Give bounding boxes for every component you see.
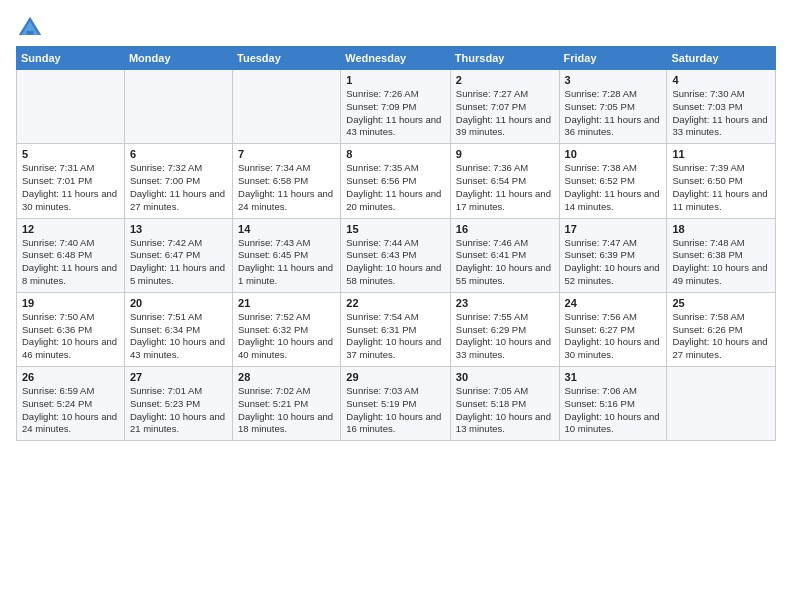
day-number: 14 xyxy=(238,223,335,235)
calendar-table: SundayMondayTuesdayWednesdayThursdayFrid… xyxy=(16,46,776,441)
day-number: 16 xyxy=(456,223,554,235)
day-info: Sunrise: 7:27 AMSunset: 7:07 PMDaylight:… xyxy=(456,88,554,139)
weekday-header-thursday: Thursday xyxy=(450,47,559,70)
calendar-cell: 20Sunrise: 7:51 AMSunset: 6:34 PMDayligh… xyxy=(124,292,232,366)
calendar-cell: 28Sunrise: 7:02 AMSunset: 5:21 PMDayligh… xyxy=(233,367,341,441)
weekday-header-friday: Friday xyxy=(559,47,667,70)
calendar-cell: 18Sunrise: 7:48 AMSunset: 6:38 PMDayligh… xyxy=(667,218,776,292)
day-info: Sunrise: 7:55 AMSunset: 6:29 PMDaylight:… xyxy=(456,311,554,362)
calendar-cell: 14Sunrise: 7:43 AMSunset: 6:45 PMDayligh… xyxy=(233,218,341,292)
day-number: 4 xyxy=(672,74,770,86)
calendar-cell xyxy=(233,70,341,144)
day-info: Sunrise: 7:36 AMSunset: 6:54 PMDaylight:… xyxy=(456,162,554,213)
calendar-cell: 6Sunrise: 7:32 AMSunset: 7:00 PMDaylight… xyxy=(124,144,232,218)
day-info: Sunrise: 7:01 AMSunset: 5:23 PMDaylight:… xyxy=(130,385,227,436)
day-number: 30 xyxy=(456,371,554,383)
day-info: Sunrise: 7:26 AMSunset: 7:09 PMDaylight:… xyxy=(346,88,445,139)
day-info: Sunrise: 7:46 AMSunset: 6:41 PMDaylight:… xyxy=(456,237,554,288)
calendar-cell: 30Sunrise: 7:05 AMSunset: 5:18 PMDayligh… xyxy=(450,367,559,441)
weekday-header-tuesday: Tuesday xyxy=(233,47,341,70)
calendar-cell: 16Sunrise: 7:46 AMSunset: 6:41 PMDayligh… xyxy=(450,218,559,292)
day-info: Sunrise: 7:42 AMSunset: 6:47 PMDaylight:… xyxy=(130,237,227,288)
day-info: Sunrise: 7:44 AMSunset: 6:43 PMDaylight:… xyxy=(346,237,445,288)
calendar-cell: 22Sunrise: 7:54 AMSunset: 6:31 PMDayligh… xyxy=(341,292,451,366)
day-number: 3 xyxy=(565,74,662,86)
weekday-header-saturday: Saturday xyxy=(667,47,776,70)
calendar-cell: 29Sunrise: 7:03 AMSunset: 5:19 PMDayligh… xyxy=(341,367,451,441)
day-number: 17 xyxy=(565,223,662,235)
day-info: Sunrise: 7:47 AMSunset: 6:39 PMDaylight:… xyxy=(565,237,662,288)
day-info: Sunrise: 7:30 AMSunset: 7:03 PMDaylight:… xyxy=(672,88,770,139)
day-number: 6 xyxy=(130,148,227,160)
calendar-cell: 13Sunrise: 7:42 AMSunset: 6:47 PMDayligh… xyxy=(124,218,232,292)
calendar-cell: 23Sunrise: 7:55 AMSunset: 6:29 PMDayligh… xyxy=(450,292,559,366)
day-number: 12 xyxy=(22,223,119,235)
weekday-header-wednesday: Wednesday xyxy=(341,47,451,70)
weekday-header-sunday: Sunday xyxy=(17,47,125,70)
calendar-cell: 25Sunrise: 7:58 AMSunset: 6:26 PMDayligh… xyxy=(667,292,776,366)
calendar-cell xyxy=(667,367,776,441)
day-number: 23 xyxy=(456,297,554,309)
day-info: Sunrise: 6:59 AMSunset: 5:24 PMDaylight:… xyxy=(22,385,119,436)
calendar-cell: 27Sunrise: 7:01 AMSunset: 5:23 PMDayligh… xyxy=(124,367,232,441)
day-number: 10 xyxy=(565,148,662,160)
day-number: 28 xyxy=(238,371,335,383)
day-number: 15 xyxy=(346,223,445,235)
day-number: 19 xyxy=(22,297,119,309)
day-info: Sunrise: 7:34 AMSunset: 6:58 PMDaylight:… xyxy=(238,162,335,213)
day-info: Sunrise: 7:52 AMSunset: 6:32 PMDaylight:… xyxy=(238,311,335,362)
logo xyxy=(16,14,48,42)
calendar-week-1: 1Sunrise: 7:26 AMSunset: 7:09 PMDaylight… xyxy=(17,70,776,144)
page: SundayMondayTuesdayWednesdayThursdayFrid… xyxy=(0,0,792,612)
calendar-cell: 15Sunrise: 7:44 AMSunset: 6:43 PMDayligh… xyxy=(341,218,451,292)
calendar-cell: 17Sunrise: 7:47 AMSunset: 6:39 PMDayligh… xyxy=(559,218,667,292)
calendar-cell: 21Sunrise: 7:52 AMSunset: 6:32 PMDayligh… xyxy=(233,292,341,366)
day-info: Sunrise: 7:06 AMSunset: 5:16 PMDaylight:… xyxy=(565,385,662,436)
day-number: 26 xyxy=(22,371,119,383)
calendar-cell: 26Sunrise: 6:59 AMSunset: 5:24 PMDayligh… xyxy=(17,367,125,441)
day-number: 22 xyxy=(346,297,445,309)
calendar-cell: 4Sunrise: 7:30 AMSunset: 7:03 PMDaylight… xyxy=(667,70,776,144)
day-info: Sunrise: 7:32 AMSunset: 7:00 PMDaylight:… xyxy=(130,162,227,213)
calendar-cell: 19Sunrise: 7:50 AMSunset: 6:36 PMDayligh… xyxy=(17,292,125,366)
calendar-week-5: 26Sunrise: 6:59 AMSunset: 5:24 PMDayligh… xyxy=(17,367,776,441)
calendar-cell: 7Sunrise: 7:34 AMSunset: 6:58 PMDaylight… xyxy=(233,144,341,218)
day-info: Sunrise: 7:50 AMSunset: 6:36 PMDaylight:… xyxy=(22,311,119,362)
day-number: 8 xyxy=(346,148,445,160)
calendar-week-2: 5Sunrise: 7:31 AMSunset: 7:01 PMDaylight… xyxy=(17,144,776,218)
day-number: 21 xyxy=(238,297,335,309)
day-number: 31 xyxy=(565,371,662,383)
day-info: Sunrise: 7:51 AMSunset: 6:34 PMDaylight:… xyxy=(130,311,227,362)
calendar-cell: 2Sunrise: 7:27 AMSunset: 7:07 PMDaylight… xyxy=(450,70,559,144)
day-number: 1 xyxy=(346,74,445,86)
day-info: Sunrise: 7:31 AMSunset: 7:01 PMDaylight:… xyxy=(22,162,119,213)
calendar-cell: 12Sunrise: 7:40 AMSunset: 6:48 PMDayligh… xyxy=(17,218,125,292)
day-number: 20 xyxy=(130,297,227,309)
day-number: 2 xyxy=(456,74,554,86)
day-info: Sunrise: 7:02 AMSunset: 5:21 PMDaylight:… xyxy=(238,385,335,436)
day-number: 9 xyxy=(456,148,554,160)
day-number: 25 xyxy=(672,297,770,309)
header xyxy=(16,10,776,42)
day-number: 11 xyxy=(672,148,770,160)
day-info: Sunrise: 7:05 AMSunset: 5:18 PMDaylight:… xyxy=(456,385,554,436)
logo-icon xyxy=(16,14,44,42)
calendar-cell: 1Sunrise: 7:26 AMSunset: 7:09 PMDaylight… xyxy=(341,70,451,144)
day-number: 7 xyxy=(238,148,335,160)
weekday-header-monday: Monday xyxy=(124,47,232,70)
weekday-header-row: SundayMondayTuesdayWednesdayThursdayFrid… xyxy=(17,47,776,70)
day-info: Sunrise: 7:43 AMSunset: 6:45 PMDaylight:… xyxy=(238,237,335,288)
day-number: 29 xyxy=(346,371,445,383)
calendar-cell xyxy=(17,70,125,144)
day-number: 18 xyxy=(672,223,770,235)
day-info: Sunrise: 7:40 AMSunset: 6:48 PMDaylight:… xyxy=(22,237,119,288)
calendar-cell xyxy=(124,70,232,144)
calendar-cell: 8Sunrise: 7:35 AMSunset: 6:56 PMDaylight… xyxy=(341,144,451,218)
day-info: Sunrise: 7:58 AMSunset: 6:26 PMDaylight:… xyxy=(672,311,770,362)
calendar-cell: 9Sunrise: 7:36 AMSunset: 6:54 PMDaylight… xyxy=(450,144,559,218)
calendar-cell: 10Sunrise: 7:38 AMSunset: 6:52 PMDayligh… xyxy=(559,144,667,218)
day-info: Sunrise: 7:48 AMSunset: 6:38 PMDaylight:… xyxy=(672,237,770,288)
day-number: 5 xyxy=(22,148,119,160)
day-number: 13 xyxy=(130,223,227,235)
calendar-cell: 3Sunrise: 7:28 AMSunset: 7:05 PMDaylight… xyxy=(559,70,667,144)
